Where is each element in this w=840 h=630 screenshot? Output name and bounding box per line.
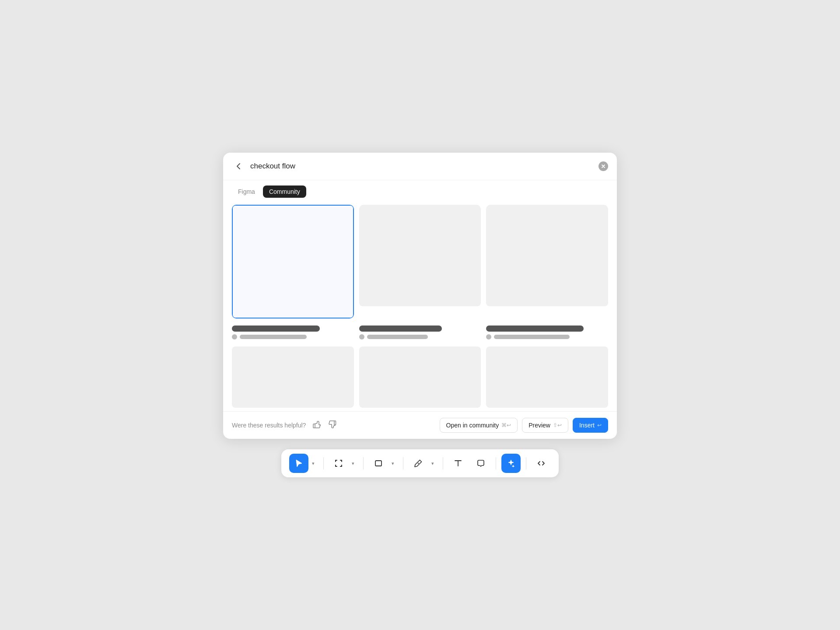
frame-icon <box>334 458 343 468</box>
ai-icon <box>506 458 516 468</box>
svg-rect-5 <box>341 460 342 462</box>
svg-rect-6 <box>335 465 336 467</box>
skeleton-dot-2 <box>359 334 364 340</box>
search-input[interactable] <box>250 162 593 171</box>
skeleton-sub-1 <box>232 334 354 340</box>
tab-community[interactable]: Community <box>263 186 306 198</box>
skeleton-dot-1 <box>232 334 237 340</box>
svg-rect-8 <box>375 461 382 466</box>
card-thumbnail-3 <box>486 205 608 306</box>
preview-button[interactable]: Preview ⇧↩ <box>522 418 568 433</box>
tab-figma[interactable]: Figma <box>232 186 261 198</box>
divider-4 <box>443 457 443 469</box>
svg-point-9 <box>418 463 419 464</box>
thumbdown-icon <box>329 420 337 429</box>
search-bar <box>223 153 617 180</box>
pen-icon <box>413 458 423 468</box>
pen-dropdown[interactable]: ▾ <box>428 454 438 473</box>
skeleton-line-2 <box>367 335 428 339</box>
clear-button[interactable] <box>598 161 608 171</box>
search-panel: Figma Community <box>223 153 617 439</box>
code-button[interactable] <box>532 454 551 473</box>
helpful-text: Were these results helpful? <box>232 422 306 429</box>
svg-rect-4 <box>335 460 336 462</box>
result-card-2[interactable] <box>359 205 481 318</box>
skeleton-row-2 <box>359 322 481 341</box>
skeleton-dot-3 <box>486 334 491 340</box>
helpful-section: Were these results helpful? <box>232 419 339 432</box>
divider-5 <box>496 457 496 469</box>
clear-icon <box>598 161 608 171</box>
skeleton-row-3 <box>486 322 608 341</box>
insert-shortcut: ↩ <box>597 422 602 428</box>
thumbup-button[interactable] <box>310 419 322 432</box>
skeleton-line-3 <box>494 335 570 339</box>
text-icon <box>453 458 463 468</box>
back-icon <box>234 161 243 171</box>
text-button[interactable] <box>448 454 468 473</box>
rectangle-tool-group: ▾ <box>369 454 398 473</box>
back-button[interactable] <box>232 160 245 173</box>
thumbup-icon <box>312 420 321 429</box>
result-card-1[interactable] <box>232 205 354 318</box>
cursor-tool-group: ▾ <box>289 454 318 473</box>
pen-button[interactable] <box>409 454 428 473</box>
insert-label: Insert <box>579 422 595 429</box>
divider-1 <box>323 457 324 469</box>
skeleton-line-1 <box>240 335 307 339</box>
preview-label: Preview <box>528 422 550 429</box>
bottom-card-1[interactable] <box>232 346 354 408</box>
divider-2 <box>363 457 364 469</box>
rectangle-icon <box>374 458 383 468</box>
open-community-label: Open in community <box>446 422 499 429</box>
footer-actions: Open in community ⌘↩ Preview ⇧↩ Insert ↩ <box>440 418 608 433</box>
divider-3 <box>403 457 403 469</box>
shape-button[interactable] <box>471 454 490 473</box>
skeleton-title-3 <box>486 326 584 332</box>
insert-button[interactable]: Insert ↩ <box>573 418 608 433</box>
preview-shortcut: ⇧↩ <box>553 422 562 428</box>
thumbdown-button[interactable] <box>327 419 339 432</box>
grid-content <box>223 198 617 408</box>
ai-button[interactable] <box>501 454 521 473</box>
skeleton-title-1 <box>232 326 320 332</box>
open-community-button[interactable]: Open in community ⌘↩ <box>440 418 518 433</box>
result-card-3[interactable] <box>486 205 608 318</box>
cursor-button[interactable] <box>289 454 308 473</box>
shape-icon <box>476 458 486 468</box>
results-bottom-grid <box>232 346 608 408</box>
frame-button[interactable] <box>329 454 348 473</box>
divider-6 <box>526 457 526 469</box>
tabs-container: Figma Community <box>223 180 617 198</box>
skeleton-row-1 <box>232 322 354 341</box>
rectangle-dropdown[interactable]: ▾ <box>388 454 398 473</box>
cursor-icon <box>294 458 304 468</box>
rectangle-button[interactable] <box>369 454 388 473</box>
bottom-card-2[interactable] <box>359 346 481 408</box>
skeleton-sub-3 <box>486 334 608 340</box>
results-top-grid <box>232 205 608 318</box>
code-icon <box>536 458 546 468</box>
svg-rect-7 <box>341 465 342 467</box>
cursor-dropdown[interactable]: ▾ <box>308 454 318 473</box>
skeleton-rows <box>232 322 608 341</box>
pen-tool-group: ▾ <box>409 454 438 473</box>
open-community-shortcut: ⌘↩ <box>501 422 511 428</box>
main-container: Figma Community <box>223 153 617 477</box>
bottom-card-3[interactable] <box>486 346 608 408</box>
card-thumbnail-1 <box>232 205 354 318</box>
card-thumbnail-2 <box>359 205 481 306</box>
frame-dropdown[interactable]: ▾ <box>348 454 358 473</box>
skeleton-sub-2 <box>359 334 481 340</box>
toolbar: ▾ ▾ <box>281 449 559 477</box>
skeleton-title-2 <box>359 326 442 332</box>
frame-tool-group: ▾ <box>329 454 358 473</box>
panel-footer: Were these results helpful? Open in comm… <box>223 411 617 439</box>
